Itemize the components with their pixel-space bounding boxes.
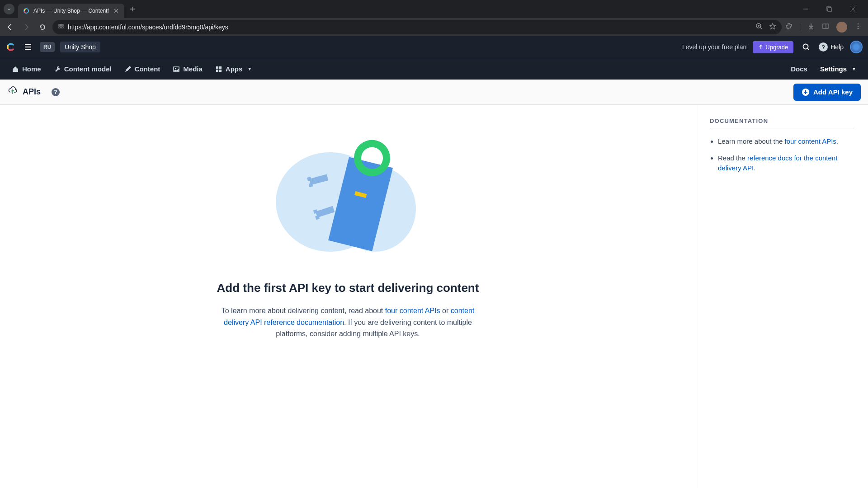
url-text: https://app.contentful.com/spaces/urdfdd… (68, 23, 752, 31)
browser-menu-icon[interactable] (854, 23, 862, 32)
nav-label: Settings (820, 65, 847, 73)
toolbar-right (785, 22, 864, 33)
empty-state: Add the first API key to start deliverin… (0, 105, 696, 488)
image-icon (173, 66, 180, 73)
chevron-down-icon: ▼ (247, 66, 252, 71)
nav-reload-button[interactable] (36, 21, 49, 33)
svg-rect-19 (216, 70, 218, 72)
browser-tab-active[interactable]: APIs — Unity Shop — Contentf (18, 4, 124, 18)
nav-home[interactable]: Home (6, 61, 47, 77)
wrench-icon (54, 66, 61, 73)
upgrade-label: Upgrade (765, 44, 788, 51)
nav-label: Media (183, 65, 203, 73)
svg-point-13 (8, 48, 9, 50)
nav-content-model[interactable]: Content model (48, 61, 117, 77)
user-avatar[interactable] (850, 41, 863, 53)
tab-bar: APIs — Unity Shop — Contentf (0, 0, 868, 18)
svg-rect-3 (59, 24, 61, 26)
contentful-favicon-icon (23, 7, 30, 14)
window-minimize-button[interactable] (798, 2, 813, 16)
page-sub-header: APIs ? Add API key (0, 80, 868, 105)
tab-title: APIs — Unity Shop — Contentf (33, 8, 109, 14)
svg-point-11 (858, 28, 859, 29)
page-help-icon[interactable]: ? (52, 88, 60, 96)
svg-point-10 (858, 26, 859, 27)
sidebar-doc-item: Read the reference docs for the content … (718, 153, 854, 174)
svg-rect-8 (823, 24, 828, 28)
search-icon (802, 43, 810, 51)
main-content: Add the first API key to start deliverin… (0, 105, 868, 488)
help-button[interactable]: ? Help (819, 42, 844, 52)
app-header: RU Unity Shop Level up your free plan Up… (0, 36, 868, 58)
plus-circle-icon (802, 88, 810, 96)
primary-nav: Home Content model Content Media Apps ▼ … (0, 58, 868, 80)
nav-settings[interactable]: Settings ▼ (815, 61, 862, 77)
url-field[interactable]: https://app.contentful.com/spaces/urdfdd… (52, 20, 782, 34)
svg-rect-5 (59, 27, 61, 28)
page-title: APIs (23, 87, 41, 97)
nav-label: Content model (64, 65, 112, 73)
add-api-key-button[interactable]: Add API key (793, 84, 861, 101)
search-button[interactable] (800, 41, 812, 53)
side-panel-icon[interactable] (822, 23, 829, 32)
contentful-logo-icon[interactable] (5, 42, 16, 52)
apps-icon (215, 66, 222, 73)
link-four-content-apis[interactable]: four content APIs (385, 307, 440, 314)
nav-apps[interactable]: Apps ▼ (210, 61, 257, 77)
svg-rect-2 (828, 8, 831, 11)
bookmark-icon[interactable] (769, 23, 776, 32)
browser-profile-avatar[interactable] (836, 22, 847, 33)
home-icon (12, 66, 19, 73)
documentation-sidebar: DOCUMENTATION Learn more about the four … (696, 105, 868, 488)
sidebar-heading: DOCUMENTATION (710, 117, 854, 128)
help-label: Help (830, 43, 844, 51)
svg-rect-20 (219, 70, 222, 72)
environment-badge[interactable]: RU (40, 42, 55, 52)
svg-point-12 (8, 44, 9, 46)
nav-docs[interactable]: Docs (785, 61, 813, 77)
svg-rect-18 (219, 66, 222, 69)
downloads-icon[interactable] (807, 23, 815, 32)
chevron-down-icon: ▼ (852, 66, 856, 71)
svg-point-16 (175, 68, 176, 69)
link-four-content-apis-sidebar[interactable]: four content APIs (785, 137, 836, 145)
empty-state-description: To learn more about delivering content, … (217, 305, 479, 340)
browser-chrome: APIs — Unity Shop — Contentf https://app… (0, 0, 868, 36)
api-keys-illustration (267, 132, 429, 267)
nav-label: Docs (791, 65, 807, 73)
nav-label: Home (22, 65, 41, 73)
window-controls (798, 2, 864, 16)
svg-rect-4 (61, 24, 63, 26)
window-maximize-button[interactable] (822, 2, 836, 16)
svg-point-9 (858, 23, 859, 25)
nav-media[interactable]: Media (167, 61, 208, 77)
space-name[interactable]: Unity Shop (60, 42, 100, 52)
nav-label: Apps (226, 65, 243, 73)
nav-content[interactable]: Content (119, 61, 166, 77)
site-info-icon[interactable] (58, 23, 64, 31)
nav-label: Content (135, 65, 160, 73)
tab-close-button[interactable] (113, 7, 120, 14)
svg-point-14 (803, 44, 808, 49)
window-close-button[interactable] (845, 2, 860, 16)
zoom-icon[interactable] (755, 23, 763, 32)
tab-search-button[interactable] (4, 4, 14, 14)
svg-point-31 (354, 141, 390, 176)
new-tab-button[interactable] (126, 3, 139, 15)
nav-forward-button[interactable] (20, 21, 33, 33)
arrow-up-icon (758, 44, 764, 50)
help-circle-icon: ? (819, 42, 828, 52)
nav-back-button[interactable] (4, 21, 16, 33)
hamburger-menu-button[interactable] (22, 41, 34, 53)
plan-text: Level up your free plan (682, 43, 746, 51)
extensions-icon[interactable] (785, 23, 793, 32)
address-bar: https://app.contentful.com/spaces/urdfdd… (0, 18, 868, 36)
divider (800, 23, 800, 32)
upgrade-button[interactable]: Upgrade (753, 41, 793, 53)
sidebar-doc-item: Learn more about the four content APIs. (718, 136, 854, 147)
cloud-api-icon (7, 86, 18, 98)
empty-state-title: Add the first API key to start deliverin… (217, 281, 479, 295)
pen-icon (124, 66, 132, 73)
svg-rect-17 (216, 66, 218, 69)
add-api-key-label: Add API key (813, 88, 853, 96)
